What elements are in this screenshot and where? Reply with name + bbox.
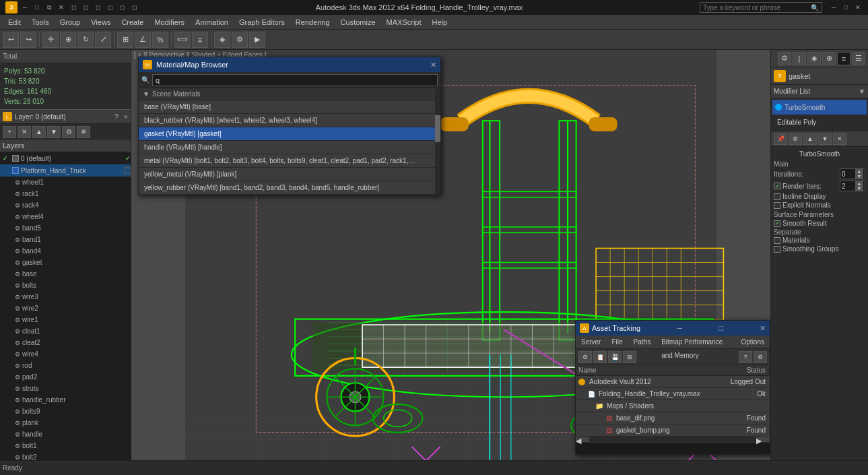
mat-row-gasket[interactable]: gasket (VRayMtl) [gasket] [139, 127, 435, 141]
asset-tracking-maximize[interactable]: □ [719, 324, 723, 332]
iterations-spinner[interactable]: ▲ ▼ [855, 169, 863, 179]
menu-maxscript[interactable]: MAXScript [381, 15, 427, 30]
layer-sub-handle[interactable]: ⚙handle [0, 429, 131, 440]
menu-tools[interactable]: Tools [26, 15, 55, 30]
asset-row-base-dif[interactable]: 🖼 base_dif.png Found [576, 412, 770, 424]
tb-icon4[interactable]: ◻ [105, 3, 114, 12]
layer-sub-rod[interactable]: ⚙rod [0, 360, 131, 371]
asset-btn-4[interactable]: ⊞ [623, 351, 636, 363]
menu-customize[interactable]: Customize [335, 15, 381, 30]
layer-item-default[interactable]: ✓ 0 (default) ✓ [0, 152, 131, 164]
layer-delete-button[interactable]: ✕ [18, 126, 31, 138]
mat-dialog-close[interactable]: ✕ [430, 61, 436, 69]
render-iters-spinbox[interactable]: 2 ▲ ▼ [840, 181, 865, 191]
layer-sub-pad2[interactable]: ⚙pad2 [0, 371, 131, 383]
align-icon[interactable]: ≡ [192, 32, 208, 48]
menu-group[interactable]: Group [55, 15, 86, 30]
mat-row-yellow-rubber[interactable]: yellow_rubber (VRayMtl) [band1, band2, b… [139, 181, 435, 195]
menu-edit[interactable]: Edit [3, 15, 26, 30]
layers-list[interactable]: ✓ 0 (default) ✓ Platform_Hand_Truck ⚙whe… [0, 152, 131, 470]
mod-btn-move-up[interactable]: ▲ [803, 133, 817, 145]
mat-row-base[interactable]: base (VRayMtl) [base] [139, 100, 435, 114]
layer-sub-band4[interactable]: ⚙band4 [0, 245, 131, 257]
asset-scroll-right[interactable]: ▶ [756, 437, 770, 442]
render-setup-icon[interactable]: ⚙ [232, 32, 248, 48]
right-tb-3[interactable]: ◈ [807, 52, 821, 65]
layer-sub-band5[interactable]: ⚙band5 [0, 222, 131, 234]
layer-sub-band1[interactable]: ⚙band1 [0, 234, 131, 245]
menu-rendering[interactable]: Rendering [290, 15, 335, 30]
layer-item-platform[interactable]: Platform_Hand_Truck [0, 164, 131, 177]
iterations-up[interactable]: ▲ [855, 169, 863, 174]
layer-sub-cleat2[interactable]: ⚙cleat2 [0, 337, 131, 348]
title-search-input[interactable] [703, 4, 811, 11]
asset-menu-bitmap[interactable]: Bitmap Performance and Memory [656, 336, 735, 349]
mirror-icon[interactable]: ⟺ [174, 32, 191, 48]
asset-btn-3[interactable]: 💾 [608, 351, 622, 363]
layer-close-button[interactable]: × [124, 113, 128, 121]
isoline-checkbox[interactable] [774, 193, 780, 200]
render-iters-spinner[interactable]: ▲ ▼ [855, 181, 863, 191]
layer-sub-wire4[interactable]: ⚙wire4 [0, 348, 131, 360]
mod-btn-config[interactable]: ⚙ [789, 133, 802, 145]
layer-sub-handle-rubber[interactable]: ⚙handle_rubber [0, 394, 131, 406]
asset-help-btn[interactable]: ? [739, 351, 752, 363]
asset-menu-options[interactable]: Options [736, 336, 770, 349]
tb-icon1[interactable]: ◻ [69, 3, 78, 12]
layer-sub-wheel1[interactable]: ⚙wheel1 [0, 177, 131, 188]
maximize-icon[interactable]: □ [32, 3, 42, 12]
asset-tracking-minimize[interactable]: ─ [677, 324, 682, 332]
smoothing-groups-checkbox[interactable] [774, 246, 780, 253]
layer-help-button[interactable]: ? [114, 113, 118, 121]
layer-move-up-button[interactable]: ▲ [32, 126, 46, 138]
right-tb-1[interactable]: ⚙ [778, 52, 791, 65]
center-viewport[interactable]: [ + ][ Perspective ][ Shaded + Edged Fac… [131, 50, 770, 475]
menu-help[interactable]: Help [427, 15, 453, 30]
explicit-normals-checkbox[interactable] [774, 202, 780, 209]
redo-icon[interactable]: ↪ [20, 32, 36, 48]
asset-row-gasket-bump[interactable]: 🖼 gasket_bump.png Found [576, 424, 770, 437]
undo-icon[interactable]: ↩ [3, 32, 19, 48]
smooth-result-checkbox[interactable] [774, 220, 780, 227]
layer-sub-wire2[interactable]: ⚙wire2 [0, 303, 131, 314]
minimize-icon[interactable]: ─ [20, 3, 30, 12]
mod-btn-delete[interactable]: ✕ [833, 133, 846, 145]
layer-sub-wire1[interactable]: ⚙wire1 [0, 314, 131, 325]
mat-scrollbar[interactable] [435, 88, 440, 195]
layer-sub-bolts9[interactable]: ⚙bolts9 [0, 406, 131, 417]
menu-create[interactable]: Create [116, 15, 149, 30]
tb-icon3[interactable]: ◻ [93, 3, 102, 12]
right-tb-2[interactable]: | [793, 52, 806, 65]
mat-row-metal[interactable]: metal (VRayMtl) [bolt1, bolt2, bolt3, bo… [139, 154, 435, 168]
layer-sub-base[interactable]: ⚙base [0, 268, 131, 280]
asset-btn-1[interactable]: ⚙ [578, 351, 592, 363]
layer-sub-cleat1[interactable]: ⚙cleat1 [0, 325, 131, 337]
mod-btn-move-down[interactable]: ▼ [818, 133, 832, 145]
iterations-down[interactable]: ▼ [855, 174, 863, 179]
materials-checkbox[interactable] [774, 237, 780, 244]
layer-sub-wheel4[interactable]: ⚙wheel4 [0, 211, 131, 222]
angle-snap-icon[interactable]: ∠ [135, 32, 151, 48]
asset-btn-2[interactable]: 📋 [593, 351, 607, 363]
tb-icon2[interactable]: ◻ [81, 3, 90, 12]
scale-icon[interactable]: ⤢ [95, 32, 111, 48]
asset-menu-server[interactable]: Server [576, 336, 606, 349]
asset-scrollbar-track[interactable] [589, 437, 756, 442]
mat-row-yellow-metal[interactable]: yellow_metal (VRayMtl) [plank] [139, 168, 435, 181]
layer-sub-struts[interactable]: ⚙struts [0, 383, 131, 394]
asset-tracking-close[interactable]: ✕ [760, 324, 766, 333]
rotate-icon[interactable]: ↻ [77, 32, 94, 48]
win-minimize-icon[interactable]: ─ [829, 3, 838, 12]
layer-freeze-button[interactable]: ❄ [77, 126, 90, 138]
snap-icon[interactable]: ⊞ [117, 32, 133, 48]
select-icon[interactable]: ✛ [42, 32, 59, 48]
layer-sub-bolt1[interactable]: ⚙bolt1 [0, 440, 131, 451]
asset-menu-paths[interactable]: Paths [628, 336, 657, 349]
win-close-icon[interactable]: ✕ [853, 3, 863, 12]
modifier-editable-poly[interactable]: Editable Poly [772, 115, 867, 129]
tb-icon6[interactable]: ◻ [129, 3, 139, 12]
mat-row-handle[interactable]: handle (VRayMtl) [handle] [139, 141, 435, 154]
layer-sub-rack1[interactable]: ⚙rack1 [0, 188, 131, 199]
menu-views[interactable]: Views [86, 15, 116, 30]
render-iters-checkbox[interactable] [774, 183, 780, 189]
